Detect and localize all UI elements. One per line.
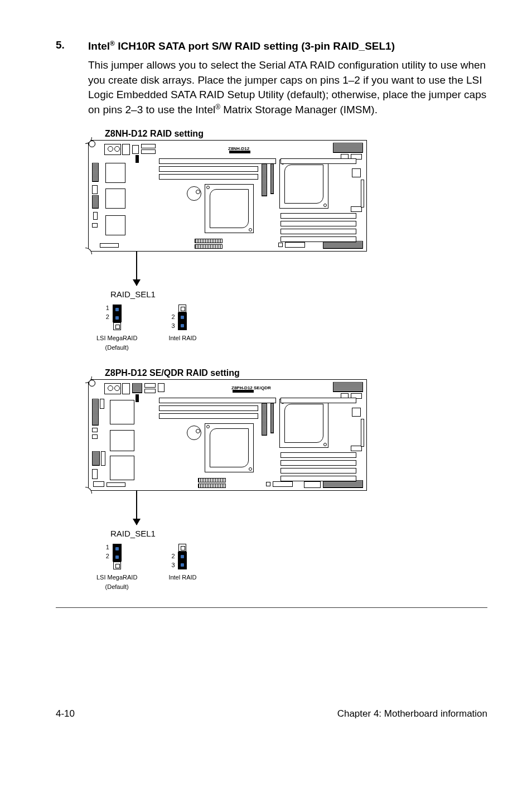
diagram-2: Z8PH-D12 SE/QDR RAID setting Z8PH-D12 SE…: [88, 368, 487, 591]
pin-1: 1: [106, 305, 109, 311]
arrow-down-icon: [136, 490, 137, 525]
pin-3: 3: [171, 322, 175, 329]
jumper-option-2: Intel RAID: [168, 574, 196, 581]
body-part-b: Matrix Storage Manager (IMSM).: [220, 104, 378, 115]
jumper-option-1-sub: (Default): [96, 583, 137, 591]
heading: Intel® ICH10R SATA port S/W RAID setting…: [88, 39, 395, 54]
jumper-name: RAID_SEL1: [110, 529, 487, 538]
jumper-option-1: LSI MegaRAID: [96, 335, 137, 342]
jumper-option-1: LSI MegaRAID: [96, 574, 137, 581]
reg-mark: ®: [215, 103, 220, 111]
pin-2: 2: [171, 313, 175, 320]
page-number: 4-10: [56, 708, 75, 719]
reg-mark: ®: [110, 40, 115, 47]
jumper-option-1-sub: (Default): [96, 344, 137, 351]
jumper-name: RAID_SEL1: [110, 289, 487, 299]
motherboard-outline-2: Z8PH-D12 SE/QDR: [88, 379, 367, 491]
pin-1: 1: [106, 544, 109, 550]
jumper-options: 1 2 LSI MegaRAID (Default) 2 3: [96, 305, 487, 351]
diagram-1: Z8NH-D12 RAID setting Z8NH-D12: [88, 129, 487, 351]
pin-2: 2: [106, 553, 109, 559]
jumper-option-2: Intel RAID: [168, 335, 196, 342]
chapter-label: Chapter 4: Motherboard information: [337, 708, 487, 719]
pin-3: 3: [171, 562, 175, 568]
pin-2: 2: [171, 553, 175, 559]
motherboard-outline: Z8NH-D12: [88, 140, 367, 252]
heading-rest: ICH10R SATA port S/W RAID setting (3-pin…: [115, 40, 395, 52]
pin-2: 2: [106, 313, 109, 320]
jumper-options: 1 2 LSI MegaRAID (Default) 2 3: [96, 544, 487, 591]
diagram-title: Z8PH-D12 SE/QDR RAID setting: [105, 368, 487, 378]
arrow-down-icon: [136, 251, 137, 286]
list-number: 5.: [56, 39, 88, 54]
heading-prefix: Intel: [88, 40, 110, 52]
body-paragraph: This jumper allows you to select the Ser…: [88, 58, 487, 118]
diagram-title: Z8NH-D12 RAID setting: [105, 129, 487, 139]
